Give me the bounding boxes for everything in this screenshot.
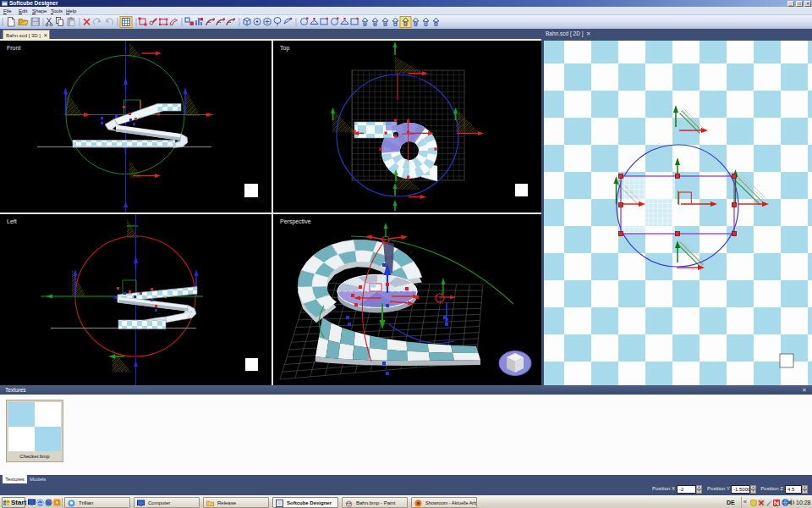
svg-text:Top: Top bbox=[280, 45, 289, 52]
svg-text:Perspective: Perspective bbox=[280, 218, 311, 225]
svg-text:Left: Left bbox=[7, 218, 17, 224]
svg-text:Front: Front bbox=[7, 45, 20, 51]
